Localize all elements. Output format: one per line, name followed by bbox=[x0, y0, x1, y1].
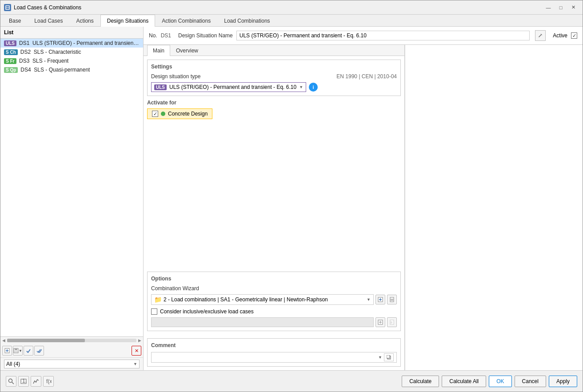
right-panel: No. DS1 Design Situation Name ULS (STR/G… bbox=[144, 27, 583, 370]
filter-area: All (4) ▼ bbox=[0, 357, 143, 370]
list-item[interactable]: S Qp DS4 SLS - Quasi-permanent bbox=[0, 65, 143, 74]
check-button[interactable] bbox=[24, 346, 33, 356]
calculate-all-button[interactable]: Calculate All bbox=[442, 376, 486, 387]
info-button[interactable]: i bbox=[309, 83, 318, 92]
ok-button[interactable]: OK bbox=[489, 376, 511, 387]
main-tabbar: Base Load Cases Actions Design Situation… bbox=[0, 15, 583, 27]
horizontal-scrollbar[interactable]: ◀ ▶ bbox=[0, 337, 143, 344]
inclusive-new-button[interactable] bbox=[375, 317, 385, 327]
combo-delete-button[interactable] bbox=[387, 295, 397, 304]
save-button[interactable]: ▼ bbox=[13, 346, 23, 356]
dropdown-value: ULS (STR/GEO) - Permanent and transient … bbox=[169, 84, 296, 90]
search-icon-button[interactable] bbox=[6, 376, 16, 387]
apply-button[interactable]: Apply bbox=[549, 376, 577, 387]
tab-load-combinations[interactable]: Load Combinations bbox=[217, 15, 276, 27]
edit-button[interactable] bbox=[535, 30, 546, 41]
svg-point-24 bbox=[9, 379, 12, 382]
comment-copy-button[interactable] bbox=[384, 353, 394, 361]
cancel-button[interactable]: Cancel bbox=[515, 376, 546, 387]
settings-box: Settings Design situation type EN 1990 |… bbox=[147, 60, 401, 96]
calculate-button[interactable]: Calculate bbox=[402, 376, 439, 387]
list-header: List bbox=[0, 27, 143, 39]
close-button[interactable]: ✕ bbox=[567, 3, 579, 12]
delete-button[interactable]: ✕ bbox=[132, 346, 141, 356]
checkmark-icon: ✓ bbox=[572, 33, 576, 39]
design-situation-type-label: Design situation type bbox=[151, 73, 240, 80]
inclusive-exclusive-checkbox[interactable] bbox=[151, 308, 157, 315]
design-situation-type-row: Design situation type EN 1990 | CEN | 20… bbox=[151, 73, 397, 80]
maximize-button[interactable]: □ bbox=[555, 3, 567, 12]
app-icon bbox=[4, 4, 11, 11]
activate-item-concrete[interactable]: ✓ Concrete Design bbox=[147, 108, 212, 119]
inclusive-input bbox=[151, 317, 374, 327]
list-item[interactable]: ULS DS1 ULS (STR/GEO) - Permanent and tr… bbox=[0, 39, 143, 48]
main-content: List ULS DS1 ULS (STR/GEO) - Permanent a… bbox=[0, 27, 583, 370]
combo-wizard-value: 2 - Load combinations | SA1 - Geometrica… bbox=[164, 296, 364, 303]
sqp-tag: S Qp bbox=[4, 67, 18, 73]
uls-tag-small: ULS bbox=[154, 84, 167, 90]
activate-for-title: Activate for bbox=[147, 100, 401, 106]
left-panel-bottom: ◀ ▶ ▼ bbox=[0, 336, 143, 370]
filter-select[interactable]: All (4) ▼ bbox=[4, 360, 140, 368]
active-label: Active bbox=[553, 32, 567, 39]
list-item-text: DS1 ULS (STR/GEO) - Permanent and transi… bbox=[19, 40, 140, 46]
minimize-button[interactable]: — bbox=[543, 3, 554, 12]
options-title: Options bbox=[151, 276, 397, 282]
window-title: Load Cases & Combinations bbox=[14, 4, 543, 11]
comment-title: Comment bbox=[151, 342, 397, 348]
concrete-design-label: Concrete Design bbox=[168, 111, 208, 117]
design-situation-dropdown[interactable]: ULS ULS (STR/GEO) - Permanent and transi… bbox=[151, 82, 306, 92]
list-item-text: DS2 SLS - Characteristic bbox=[20, 49, 81, 55]
content-spacer bbox=[144, 123, 404, 268]
list-item-text: DS3 SLS - Frequent bbox=[19, 58, 68, 64]
tab-overview[interactable]: Overview bbox=[170, 45, 204, 56]
svg-text:f(x): f(x) bbox=[46, 378, 52, 384]
concrete-dot-icon bbox=[161, 112, 165, 116]
combo-wizard-select[interactable]: 📁 2 - Load combinations | SA1 - Geometri… bbox=[151, 294, 374, 305]
tab-base[interactable]: Base bbox=[2, 15, 28, 27]
list-item-text: DS4 SLS - Quasi-permanent bbox=[20, 67, 90, 73]
formula-icon-button[interactable]: f(x) bbox=[43, 376, 54, 387]
activate-for-section: Activate for ✓ Concrete Design bbox=[147, 100, 401, 119]
inner-tabbar: Main Overview bbox=[144, 45, 404, 56]
tab-design-situations[interactable]: Design Situations bbox=[100, 15, 155, 27]
options-section: Options Combination Wizard 📁 2 - Load co… bbox=[147, 272, 401, 331]
active-checkbox[interactable]: ✓ bbox=[571, 32, 577, 39]
form-header: No. DS1 Design Situation Name ULS (STR/G… bbox=[144, 27, 583, 45]
combo-wizard-label: Combination Wizard bbox=[151, 285, 240, 292]
inclusive-delete-button[interactable] bbox=[387, 317, 397, 327]
dsn-input[interactable]: ULS (STR/GEO) - Permanent and transient … bbox=[236, 31, 530, 40]
folder-icon: 📁 bbox=[154, 296, 162, 303]
comment-input-area: ▼ bbox=[151, 352, 397, 363]
combo-new-button[interactable] bbox=[375, 295, 385, 304]
dsn-value: ULS (STR/GEO) - Permanent and transient … bbox=[240, 32, 367, 39]
svg-rect-23 bbox=[387, 355, 390, 358]
tab-load-cases[interactable]: Load Cases bbox=[28, 15, 69, 27]
titlebar-controls: — □ ✕ bbox=[543, 3, 579, 12]
tab-main[interactable]: Main bbox=[147, 45, 170, 56]
comment-section: Comment ▼ bbox=[147, 338, 401, 367]
check-all-button[interactable] bbox=[34, 346, 44, 356]
filter-value: All (4) bbox=[6, 361, 20, 367]
main-section: Main Overview Settings Design situation … bbox=[144, 45, 405, 370]
concrete-checkbox[interactable]: ✓ bbox=[152, 111, 158, 117]
inclusive-exclusive-label: Consider inclusive/exclusive load cases bbox=[160, 308, 254, 315]
sch-tag: S Ch bbox=[4, 49, 18, 55]
list-item[interactable]: S Fr DS3 SLS - Frequent bbox=[0, 56, 143, 65]
tab-action-combinations[interactable]: Action Combinations bbox=[155, 15, 217, 27]
value-icon-button[interactable]: 1.0 bbox=[18, 376, 29, 387]
titlebar: Load Cases & Combinations — □ ✕ bbox=[0, 0, 583, 15]
right-sidebar bbox=[405, 45, 583, 370]
chevron-down-icon: ▼ bbox=[299, 85, 303, 89]
combo-wizard-row: Combination Wizard bbox=[151, 285, 397, 292]
chevron-down-icon: ▼ bbox=[367, 297, 371, 302]
diagram-icon-button[interactable] bbox=[31, 376, 41, 387]
list-item[interactable]: S Ch DS2 SLS - Characteristic bbox=[0, 48, 143, 56]
no-value: DS1 bbox=[161, 32, 171, 39]
checkmark-icon: ✓ bbox=[153, 111, 157, 117]
inclusive-input-row bbox=[151, 317, 397, 327]
tab-actions[interactable]: Actions bbox=[69, 15, 100, 27]
dropdown-row: ULS ULS (STR/GEO) - Permanent and transi… bbox=[151, 82, 397, 92]
new-item-button[interactable] bbox=[2, 346, 12, 356]
inclusive-exclusive-row: Consider inclusive/exclusive load cases bbox=[151, 308, 397, 315]
